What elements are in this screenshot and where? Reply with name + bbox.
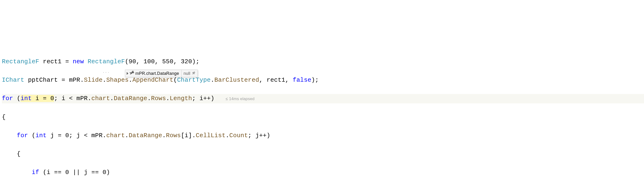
op: = (62, 77, 69, 84)
args: (90, 100, 550, 320); (125, 58, 200, 65)
dot: . (162, 132, 166, 139)
dot: . (110, 95, 114, 102)
prop: DataRange (114, 95, 147, 102)
paren: ( (32, 132, 36, 139)
keyword-if: if (32, 169, 43, 176)
code-line-6: { (2, 149, 644, 159)
code-line-7: if (i == 0 || j == 0) (2, 168, 644, 177)
code-line-3-current: for (int i = 0; i < mPR.chart.DataRange.… (2, 94, 644, 103)
code-line-5: for (int j = 0; j < mPR.chart.DataRange.… (2, 131, 644, 140)
datatip-expression: mPR.chart.DataRange (136, 70, 179, 77)
debug-next-statement: int i = 0 (20, 95, 54, 102)
dot: . (88, 95, 92, 102)
dot: . (166, 95, 170, 102)
perf-elapsed-label[interactable]: ≤ 14ms elapsed (226, 97, 254, 101)
field: chart (91, 95, 110, 102)
prop: Rows (166, 132, 181, 139)
debug-datatip[interactable]: mPR.chart.DataRange null (125, 70, 198, 77)
field: chart (106, 132, 125, 139)
dot: . (226, 132, 229, 139)
keyword-int: int (20, 95, 32, 102)
type: RectangleF (88, 58, 125, 65)
args: , rect1, (259, 77, 293, 84)
prop: Shapes (106, 77, 129, 84)
prop: Slide (84, 77, 102, 84)
indexer: [i]. (181, 132, 196, 139)
type: RectangleF (2, 58, 39, 65)
dot: . (211, 77, 214, 84)
indent (2, 132, 17, 139)
method: AppendChart (132, 77, 174, 84)
keyword-for: for (17, 132, 32, 139)
code: ; i++) (192, 95, 214, 102)
code: ; j++) (248, 132, 270, 139)
enum-value: BarClustered (214, 77, 259, 84)
paren: ( (174, 77, 177, 84)
keyword-false: false (293, 77, 312, 84)
dot: . (102, 77, 106, 84)
op: = (65, 58, 73, 65)
expand-triangle-icon[interactable] (127, 72, 128, 75)
datatip-left[interactable]: mPR.chart.DataRange (125, 70, 182, 77)
condition: (i == 0 || j == 0) (43, 169, 110, 176)
paren: ( (17, 95, 20, 102)
code: ; i < (54, 95, 76, 102)
dot: . (102, 132, 106, 139)
prop: Count (229, 132, 248, 139)
ident: mPR (91, 132, 102, 139)
prop: Rows (151, 95, 166, 102)
dot: . (80, 77, 84, 84)
var: pptChart (24, 77, 62, 84)
code-line-4: { (2, 113, 644, 122)
dot: . (128, 77, 132, 84)
pin-icon[interactable] (192, 70, 196, 77)
indent (2, 169, 32, 176)
datatip-value: null (184, 70, 190, 77)
keyword-for: for (2, 95, 17, 102)
keyword-int: int (36, 132, 46, 139)
code: j = 0; j < (47, 132, 92, 139)
datatip-right[interactable]: null (182, 70, 198, 77)
keyword-new: new (73, 58, 88, 65)
code-line-2: IChart pptChart = mPR.Slide....Shapes.Ap… (2, 76, 644, 85)
ident: mPR (76, 95, 88, 102)
dot: . (147, 95, 151, 102)
prop: DataRange (128, 132, 162, 139)
var: rect1 (39, 58, 65, 65)
wrench-icon (130, 70, 134, 77)
paren: ); (312, 77, 319, 84)
code-line-1: RectangleF rect1 = new RectangleF(90, 10… (2, 57, 644, 66)
dot: . (125, 132, 129, 139)
enum-type: ChartType (177, 77, 211, 84)
code-editor[interactable]: RectangleF rect1 = new RectangleF(90, 10… (0, 46, 644, 187)
ident: mPR (69, 77, 80, 84)
type: IChart (2, 77, 24, 84)
prop: Length (170, 95, 192, 102)
prop: CellList (196, 132, 226, 139)
decl: i = 0 (32, 95, 54, 102)
